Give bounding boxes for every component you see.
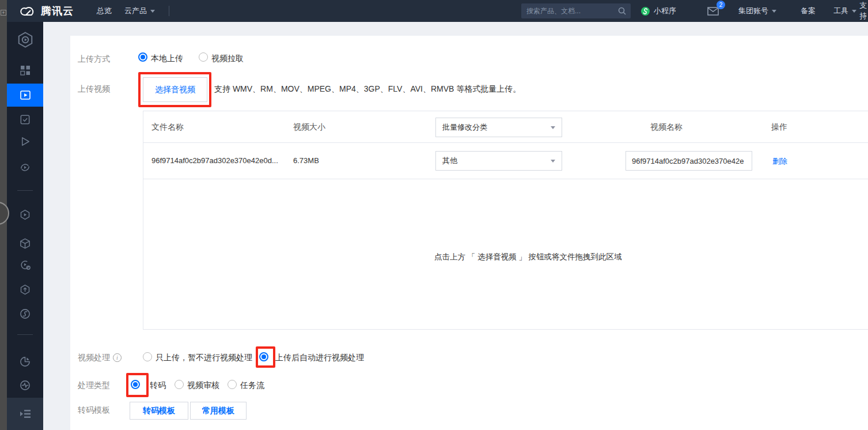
dropzone-hint: 点击上方 「 选择音视频 」 按钮或将文件拖拽到此区域 [434,252,622,262]
chevron-down-icon [150,10,155,13]
info-icon[interactable]: i [113,353,122,362]
chevron-down-icon [852,10,856,13]
play-outline-icon [19,135,31,148]
sidebar-divider [17,190,33,191]
table-header-row: 文件名称 视频大小 批量修改分类 视频名称 操作 [143,111,868,143]
sidebar-item-overview[interactable] [7,59,43,82]
search-icon[interactable] [618,7,626,15]
common-template-button[interactable]: 常用模板 [190,402,247,420]
radio-task-flow-label[interactable]: 任务流 [240,380,264,391]
vod-logo-icon [17,31,34,48]
cube-icon [19,237,31,250]
mini-program-icon [640,6,650,16]
left-edge-strip: + [0,0,7,430]
topbar-divider [169,6,169,16]
chevron-down-icon [551,160,555,163]
account-menu[interactable]: 集团账号 [738,0,776,22]
format-hint: 支持 WMV、RM、MOV、MPEG、MP4、3GP、FLV、AVI、RMVB … [214,84,521,95]
loop-play-icon [19,161,31,173]
sidebar-item-play[interactable] [7,130,43,153]
upload-form-card: 上传方式 本地上传 视频拉取 上传视频 选择音视频 支持 WMV、RM、MOV、… [70,36,868,430]
message-count-badge: 2 [717,1,725,9]
sidebar-item-collapse-menu[interactable] [7,398,43,430]
brand-name: 腾讯云 [41,4,74,18]
chevron-down-icon [772,10,776,13]
radio-video-pull[interactable] [199,52,208,62]
tencent-cloud-logo[interactable]: 腾讯云 [19,0,74,22]
chevron-down-icon [551,126,555,129]
pie-chart-icon [19,356,31,368]
mail-icon [707,7,719,16]
top-navigation-bar: 腾讯云 总览 云产品 小程序 2 集团账号 备案 工具 支持 [0,0,868,22]
radio-transcode[interactable] [131,380,140,389]
search-box[interactable] [521,3,631,18]
sidebar-item-vod-home[interactable] [7,28,43,51]
sidebar-divider [17,334,33,335]
sidebar-item-3d-cube[interactable] [7,232,43,255]
dropzone[interactable]: 点击上方 「 选择音视频 」 按钮或将文件拖拽到此区域 [143,179,868,329]
table-row: 96f9714af0c2b97ad302e370e42e0d... 6.73MB… [143,143,868,179]
task-clock-icon [19,259,31,271]
file-table: 文件名称 视频大小 批量修改分类 视频名称 操作 96f9714af0c2b97… [143,111,868,330]
sidebar-item-callback[interactable] [7,302,43,325]
sidebar-item-task-center[interactable] [7,253,43,276]
nav-beian[interactable]: 备案 [801,0,816,22]
mini-program-entry[interactable]: 小程序 [640,0,676,22]
radio-video-review[interactable] [175,380,184,389]
batch-category-dropdown[interactable]: 批量修改分类 [435,118,562,137]
monitor-pulse-icon [19,379,31,391]
row-category-dropdown[interactable]: 其他 [435,151,562,171]
sidebar-item-review[interactable] [7,108,43,131]
left-sidebar [7,22,43,430]
plus-icon[interactable]: + [1,10,6,16]
sidebar-item-statistics[interactable] [7,350,43,373]
col-filename: 文件名称 [151,122,184,133]
cloud-logo-icon [19,5,36,17]
radio-upload-only-label[interactable]: 只上传，暂不进行视频处理 [156,353,252,363]
sidebar-item-loop-play[interactable] [7,156,43,179]
radio-upload-only[interactable] [143,352,152,361]
choose-media-button[interactable]: 选择音视频 [143,77,207,102]
col-video-name: 视频名称 [650,122,683,133]
nav-support[interactable]: 支持 [859,0,868,22]
collapse-menu-icon [19,409,32,419]
nav-products[interactable]: 云产品 [124,0,155,22]
upload-hexagon-icon [19,284,31,296]
tools-menu[interactable]: 工具 [833,0,856,22]
overview-grid-icon [20,65,31,76]
callback-icon [19,308,31,320]
nav-overview[interactable]: 总览 [97,0,112,22]
sidebar-item-upload[interactable] [7,278,43,301]
cell-filename: 96f9714af0c2b97ad302e370e42e0d... [151,156,278,165]
delete-link[interactable]: 删除 [772,156,787,167]
upload-video-label: 上传视频 [78,84,110,95]
video-process-label: 视频处理 [78,353,110,363]
radio-local-upload[interactable] [138,52,147,62]
process-type-label: 处理类型 [78,380,110,391]
transcode-template-button[interactable]: 转码模板 [130,402,188,420]
sidebar-item-media-processing[interactable] [7,203,43,226]
search-input[interactable] [521,7,618,15]
radio-video-pull-label[interactable]: 视频拉取 [211,54,244,64]
media-assets-icon [19,89,32,101]
upload-method-label: 上传方式 [78,54,110,65]
sidebar-item-media-assets-active[interactable] [7,84,43,107]
media-processing-icon [19,209,31,221]
radio-task-flow[interactable] [228,380,237,389]
col-size: 视频大小 [293,122,325,133]
sidebar-item-monitor[interactable] [7,374,43,397]
col-action: 操作 [771,122,787,133]
radio-transcode-label[interactable]: 转码 [150,380,166,391]
radio-video-review-label[interactable]: 视频审核 [187,380,219,391]
cell-size: 6.73MB [293,156,319,165]
transcode-template-label: 转码模板 [78,405,110,416]
radio-auto-process[interactable] [259,352,268,361]
radio-auto-process-label[interactable]: 上传后自动进行视频处理 [275,353,364,363]
radio-local-upload-label[interactable]: 本地上传 [151,54,183,64]
video-name-input[interactable] [626,151,752,171]
check-square-icon [19,114,31,126]
